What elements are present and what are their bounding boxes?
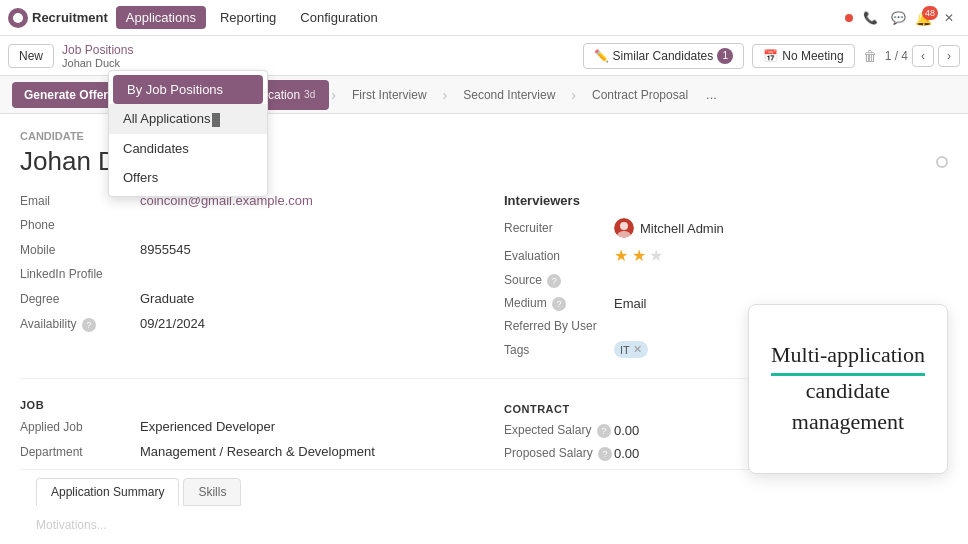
similar-candidates-button[interactable]: ✏️ Similar Candidates 1 bbox=[583, 43, 745, 69]
mobile-value: 8955545 bbox=[140, 242, 191, 257]
tag-remove-button[interactable]: ✕ bbox=[633, 343, 642, 356]
app-name: Recruitment bbox=[32, 10, 108, 25]
generate-offer-button[interactable]: Generate Offer bbox=[12, 82, 120, 108]
dropdown-label-by-job-positions: By Job Positions bbox=[127, 82, 223, 97]
prev-record-button[interactable]: ‹ bbox=[912, 45, 934, 67]
counter-text: 1 / 4 bbox=[885, 49, 908, 63]
evaluation-row: Evaluation ★ ★ ★ bbox=[504, 246, 948, 265]
linkedin-label: LinkedIn Profile bbox=[20, 267, 140, 281]
tab-placeholder[interactable]: Motivations... bbox=[36, 518, 107, 532]
similar-count: 1 bbox=[717, 48, 733, 64]
phone-row: Phone bbox=[20, 218, 464, 232]
applied-job-label: Applied Job bbox=[20, 420, 140, 434]
referred-label: Referred By User bbox=[504, 319, 614, 333]
svg-point-1 bbox=[620, 222, 628, 230]
stage-contract-proposal-label: Contract Proposal bbox=[592, 88, 688, 102]
expected-salary-value[interactable]: 0.00 bbox=[614, 423, 639, 438]
proposed-salary-label: Proposed Salary ? bbox=[504, 446, 614, 461]
phone-icon[interactable]: 📞 bbox=[859, 7, 881, 29]
breadcrumb: Job Positions Johan Duck bbox=[62, 43, 133, 69]
tab-skills[interactable]: Skills bbox=[183, 478, 241, 506]
mobile-label: Mobile bbox=[20, 243, 140, 257]
no-meeting-button[interactable]: 📅 No Meeting bbox=[752, 44, 854, 68]
tags-label: Tags bbox=[504, 343, 614, 357]
proposed-salary-value[interactable]: 0.00 bbox=[614, 446, 639, 461]
top-nav: Recruitment Applications Reporting Confi… bbox=[0, 0, 968, 36]
expected-salary-label: Expected Salary ? bbox=[504, 423, 614, 438]
dropdown-label-offers: Offers bbox=[123, 170, 158, 185]
activity-icon[interactable]: 🔔 48 bbox=[915, 10, 932, 26]
availability-label-text: Availability bbox=[20, 317, 76, 331]
department-row: Department Management / Research & Devel… bbox=[20, 444, 464, 459]
breadcrumb-main[interactable]: Job Positions bbox=[62, 43, 133, 57]
medium-info-icon: ? bbox=[552, 297, 566, 311]
linkedin-row: LinkedIn Profile bbox=[20, 267, 464, 281]
trash-icon[interactable]: 🗑 bbox=[863, 48, 877, 64]
tab-application-summary[interactable]: Application Summary bbox=[36, 478, 179, 506]
multi-app-card: Multi-application candidate management bbox=[748, 304, 948, 474]
star-1: ★ bbox=[614, 247, 628, 264]
cursor-indicator bbox=[212, 113, 220, 127]
nav-reporting[interactable]: Reporting bbox=[210, 6, 286, 29]
stage-arrow-4: › bbox=[571, 87, 576, 103]
dropdown-label-all-applications: All Applications bbox=[123, 111, 210, 126]
nav-configuration[interactable]: Configuration bbox=[290, 6, 387, 29]
stage-second-interview[interactable]: Second Interview bbox=[449, 80, 569, 110]
evaluation-stars[interactable]: ★ ★ ★ bbox=[614, 246, 663, 265]
recruiter-label: Recruiter bbox=[504, 221, 614, 235]
multi-app-text: Multi-application candidate management bbox=[771, 340, 925, 437]
dropdown-item-all-applications[interactable]: All Applications bbox=[109, 104, 267, 134]
trash-area: 🗑 bbox=[863, 48, 877, 64]
stage-first-interview[interactable]: First Interview bbox=[338, 80, 441, 110]
phone-label: Phone bbox=[20, 218, 140, 232]
availability-row: Availability ? 09/21/2024 bbox=[20, 316, 464, 332]
recruiter-value-area: Mitchell Admin bbox=[614, 218, 724, 238]
stage-arrow-3: › bbox=[443, 87, 448, 103]
nav-icons: 📞 💬 🔔 48 ✕ bbox=[845, 7, 960, 29]
dropdown-item-candidates[interactable]: Candidates bbox=[109, 134, 267, 163]
department-label: Department bbox=[20, 445, 140, 459]
medium-value: Email bbox=[614, 296, 647, 311]
availability-label: Availability ? bbox=[20, 317, 140, 332]
stage-days: 3d bbox=[304, 89, 315, 100]
breadcrumb-sub: Johan Duck bbox=[62, 57, 133, 69]
applied-job-value: Experienced Developer bbox=[140, 419, 275, 434]
sub-nav-actions: ✏️ Similar Candidates 1 📅 No Meeting 🗑 1… bbox=[583, 43, 960, 69]
dropdown-item-offers[interactable]: Offers bbox=[109, 163, 267, 192]
expected-salary-info: ? bbox=[597, 424, 611, 438]
multi-app-line3: management bbox=[792, 409, 904, 434]
tab-content: Motivations... bbox=[20, 506, 948, 544]
tag-label: IT bbox=[620, 344, 630, 356]
nav-applications[interactable]: Applications bbox=[116, 6, 206, 29]
close-icon[interactable]: ✕ bbox=[938, 7, 960, 29]
chat-icon[interactable]: 💬 bbox=[887, 7, 909, 29]
pencil-icon: ✏️ bbox=[594, 49, 609, 63]
star-3: ★ bbox=[649, 247, 663, 264]
left-column: Email coincoin@gmail.example.com Phone M… bbox=[20, 193, 464, 366]
new-button[interactable]: New bbox=[8, 44, 54, 68]
source-info-icon: ? bbox=[547, 274, 561, 288]
stage-first-interview-label: First Interview bbox=[352, 88, 427, 102]
stage-contract-proposal[interactable]: Contract Proposal bbox=[578, 80, 702, 110]
tabs-bar: Application Summary Skills bbox=[20, 469, 948, 506]
stage-arrow-2: › bbox=[331, 87, 336, 103]
record-counter: 1 / 4 ‹ › bbox=[885, 45, 960, 67]
job-section: JOB Applied Job Experienced Developer De… bbox=[20, 399, 464, 469]
medium-label: Medium ? bbox=[504, 296, 614, 311]
tag-it: IT ✕ bbox=[614, 341, 648, 358]
next-record-button[interactable]: › bbox=[938, 45, 960, 67]
stage-more[interactable]: ... bbox=[706, 87, 717, 102]
degree-value: Graduate bbox=[140, 291, 194, 306]
multi-app-line1: Multi-application bbox=[771, 340, 925, 376]
app-logo bbox=[8, 8, 28, 28]
evaluation-label: Evaluation bbox=[504, 249, 614, 263]
applied-job-row: Applied Job Experienced Developer bbox=[20, 419, 464, 434]
availability-value: 09/21/2024 bbox=[140, 316, 205, 331]
no-meeting-label: No Meeting bbox=[782, 49, 843, 63]
source-label: Source ? bbox=[504, 273, 614, 288]
applications-dropdown: By Job Positions All Applications Candid… bbox=[108, 70, 268, 197]
dropdown-item-by-job-positions[interactable]: By Job Positions bbox=[113, 75, 263, 104]
stage-second-interview-label: Second Interview bbox=[463, 88, 555, 102]
interviewers-label: Interviewers bbox=[504, 193, 948, 208]
activity-badge: 48 bbox=[922, 6, 938, 20]
